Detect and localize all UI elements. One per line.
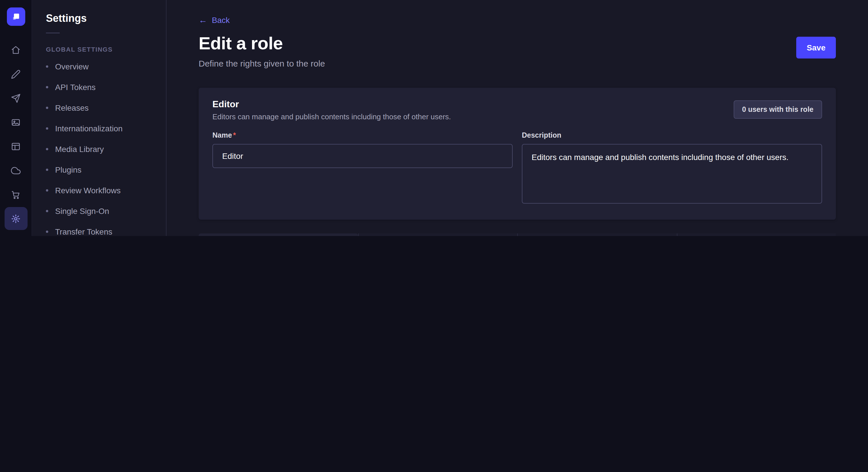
- strapi-logo[interactable]: [7, 7, 25, 26]
- bullet-dot: [46, 189, 48, 192]
- sidebar-title-divider: [46, 33, 60, 33]
- gear-icon: [11, 214, 21, 224]
- users-with-role-badge[interactable]: 0 users with this role: [733, 100, 822, 119]
- home-icon: [11, 45, 21, 55]
- bullet-dot: [46, 127, 48, 130]
- back-link-label: Back: [212, 15, 229, 25]
- cart-icon: [11, 190, 21, 199]
- page-header-text: Edit a role Define the rights given to t…: [198, 33, 325, 68]
- role-fields: Name* Description Editors can manage and…: [212, 131, 822, 206]
- tab-plugins[interactable]: Plugins: [517, 233, 677, 236]
- pen-icon: [11, 69, 21, 79]
- sidebar-item-plugins[interactable]: Plugins: [32, 160, 166, 180]
- required-asterisk: *: [233, 131, 236, 139]
- layout-icon: [11, 141, 21, 151]
- role-name-heading: Editor: [212, 99, 451, 109]
- nav-content-type-builder[interactable]: [4, 135, 27, 158]
- bullet-dot: [46, 148, 48, 150]
- bullet-dot: [46, 210, 48, 212]
- bullet-dot: [46, 65, 48, 68]
- nav-media-library[interactable]: [4, 111, 27, 134]
- rail-icon-list: [4, 37, 27, 231]
- sidebar-section-header-global-settings: GLOBAL SETTINGS: [46, 46, 152, 53]
- sidebar-item-label: Single Sign-On: [55, 206, 109, 216]
- sidebar-item-media-library[interactable]: Media Library: [32, 139, 166, 160]
- page-header: Edit a role Define the rights given to t…: [198, 33, 836, 68]
- sidebar-sections: GLOBAL SETTINGSOverviewAPI TokensRelease…: [32, 46, 166, 236]
- name-field-label: Name*: [212, 131, 513, 139]
- role-name-input[interactable]: [212, 144, 513, 168]
- sidebar-title: Settings: [32, 12, 166, 25]
- page-title: Edit a role: [198, 33, 325, 54]
- bullet-dot: [46, 231, 48, 233]
- permissions-tabs: Collection TypesSingle TypesPluginsSetti…: [198, 233, 836, 236]
- sidebar-item-overview[interactable]: Overview: [32, 56, 166, 77]
- role-details-card: Editor Editors can manage and publish co…: [198, 88, 836, 220]
- sidebar-item-releases[interactable]: Releases: [32, 98, 166, 118]
- sidebar-item-internationalization[interactable]: Internationalization: [32, 118, 166, 139]
- save-button[interactable]: Save: [797, 37, 836, 59]
- tab-collection-types[interactable]: Collection Types: [198, 233, 358, 236]
- page-subtitle: Define the rights given to the role: [198, 59, 325, 68]
- back-arrow-icon: [198, 15, 207, 25]
- images-icon: [11, 117, 21, 127]
- sidebar-item-label: API Tokens: [55, 82, 96, 92]
- strapi-logo-icon: [11, 11, 21, 22]
- sidebar-item-review-workflows[interactable]: Review Workflows: [32, 180, 166, 201]
- sidebar-item-label: Overview: [55, 62, 89, 71]
- app-root: KD Settings GLOBAL SETTINGSOverviewAPI T…: [0, 0, 868, 236]
- description-field: Description Editors can manage and publi…: [522, 131, 822, 206]
- role-card-titles: Editor Editors can manage and publish co…: [212, 99, 451, 121]
- sidebar-item-label: Releases: [55, 103, 89, 112]
- role-description-input[interactable]: Editors can manage and publish contents …: [522, 144, 822, 204]
- nav-releases[interactable]: [4, 87, 27, 109]
- sidebar-item-label: Plugins: [55, 165, 82, 174]
- cloud-icon: [11, 165, 21, 175]
- bullet-dot: [46, 107, 48, 109]
- sidebar-item-label: Review Workflows: [55, 186, 121, 195]
- name-label-text: Name: [212, 131, 232, 139]
- nav-marketplace[interactable]: [4, 183, 27, 206]
- nav-content-manager[interactable]: [4, 63, 27, 86]
- nav-settings[interactable]: [4, 207, 27, 230]
- role-card-header: Editor Editors can manage and publish co…: [212, 99, 822, 121]
- settings-sidebar: Settings GLOBAL SETTINGSOverviewAPI Toke…: [32, 0, 166, 236]
- name-field: Name*: [212, 131, 513, 206]
- bullet-dot: [46, 169, 48, 171]
- tab-single-types[interactable]: Single Types: [358, 233, 517, 236]
- main-content: Back Edit a role Define the rights given…: [166, 0, 868, 236]
- sidebar-item-label: Transfer Tokens: [55, 227, 112, 236]
- nav-deploy[interactable]: [4, 159, 27, 182]
- permissions-card: Collection TypesSingle TypesPluginsSetti…: [198, 233, 836, 236]
- description-field-label: Description: [522, 131, 822, 139]
- tab-settings[interactable]: Settings: [677, 233, 836, 236]
- sidebar-item-label: Internationalization: [55, 124, 123, 133]
- role-description-subtitle: Editors can manage and publish contents …: [212, 112, 451, 121]
- sidebar-item-single-sign-on[interactable]: Single Sign-On: [32, 201, 166, 222]
- paper-plane-icon: [11, 93, 21, 103]
- back-link[interactable]: Back: [198, 15, 229, 25]
- sidebar-item-api-tokens[interactable]: API Tokens: [32, 77, 166, 98]
- nav-home[interactable]: [4, 38, 27, 61]
- sidebar-item-label: Media Library: [55, 144, 104, 154]
- main-nav-rail: KD: [0, 0, 32, 236]
- bullet-dot: [46, 86, 48, 88]
- sidebar-item-transfer-tokens[interactable]: Transfer Tokens: [32, 222, 166, 236]
